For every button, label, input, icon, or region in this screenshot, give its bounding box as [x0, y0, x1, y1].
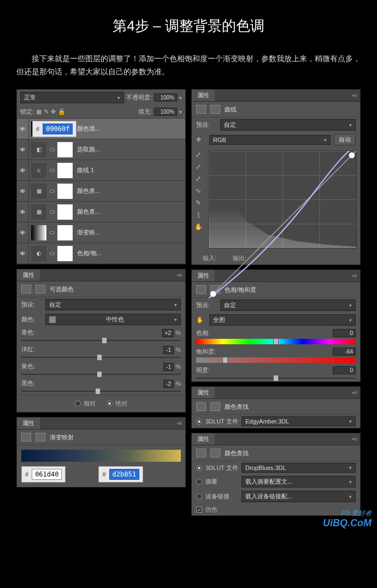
panel-menu-icon[interactable]: ▪≡: [174, 418, 185, 429]
hex-input[interactable]: 09060f: [43, 124, 73, 134]
link-icon[interactable]: ⬭: [49, 208, 55, 215]
visibility-icon[interactable]: 👁: [17, 160, 29, 180]
visibility-icon[interactable]: 👁: [17, 139, 29, 160]
visibility-icon[interactable]: 👁: [17, 222, 29, 243]
curves-graph[interactable]: [208, 150, 357, 249]
hex-input-1[interactable]: 061d40: [32, 469, 62, 480]
lut-file-dropdown[interactable]: DropBlues.3DL: [241, 463, 356, 473]
mask-icon[interactable]: [210, 402, 220, 411]
smooth-icon[interactable]: ⟆: [194, 210, 203, 219]
mask-thumb[interactable]: [57, 225, 73, 240]
lut-file-radio[interactable]: [196, 465, 202, 471]
hand-icon[interactable]: ✋: [194, 222, 203, 231]
fill-input[interactable]: 100%: [154, 108, 177, 116]
layer-row[interactable]: 👁▦⬭颜色查...: [17, 181, 185, 202]
mask-icon[interactable]: [210, 449, 220, 457]
blend-mode-dropdown[interactable]: 正常: [20, 92, 124, 103]
layer-row[interactable]: 👁▦⬭颜色查...: [17, 202, 185, 222]
opacity-input[interactable]: 100%: [154, 93, 177, 102]
layer-row[interactable]: 👁⬭渐变映...: [17, 222, 185, 243]
chevron-down-icon[interactable]: ▾: [179, 95, 182, 101]
preset-dropdown[interactable]: 自定: [220, 299, 356, 311]
lut-file-radio[interactable]: [196, 419, 202, 425]
layer-row[interactable]: 👁⎋⬭曲线 1: [17, 160, 185, 181]
adjustment-icon[interactable]: [196, 105, 206, 114]
absolute-radio[interactable]: 绝对: [107, 399, 127, 408]
hue-slider[interactable]: 色相:0: [192, 327, 360, 346]
visibility-icon[interactable]: 👁: [17, 243, 29, 263]
lock-all-icon[interactable]: 🔒: [58, 108, 66, 115]
sampler-icon[interactable]: ✥: [196, 136, 206, 143]
saturation-slider[interactable]: 饱和度:-64: [192, 346, 360, 364]
device-link-radio[interactable]: [196, 493, 202, 499]
yellow-value[interactable]: -1: [163, 363, 174, 371]
color-dropdown[interactable]: 中性色: [45, 314, 181, 325]
mask-thumb[interactable]: [57, 204, 73, 220]
properties-tab[interactable]: 属性: [192, 90, 215, 101]
cyan-value[interactable]: +2: [162, 329, 174, 337]
mask-icon[interactable]: [36, 285, 45, 293]
visibility-icon[interactable]: 👁: [17, 202, 29, 222]
panel-menu-icon[interactable]: ▪≡: [349, 387, 360, 398]
panel-menu-icon[interactable]: ▪≡: [349, 433, 360, 445]
adjustment-icon[interactable]: [196, 285, 206, 294]
preset-dropdown[interactable]: 自定: [220, 119, 356, 131]
eyedropper-minus-icon[interactable]: ⤢: [194, 174, 203, 183]
adjustment-icon[interactable]: [21, 433, 31, 442]
adjustment-icon[interactable]: [196, 449, 206, 457]
abstract-radio[interactable]: [196, 479, 202, 485]
lightness-slider[interactable]: 明度:0: [192, 364, 360, 381]
abstract-dropdown[interactable]: 载入摘要配置文...: [241, 476, 356, 487]
hex-input-2[interactable]: d2b851: [109, 469, 139, 480]
hand-icon[interactable]: ✋: [196, 316, 206, 324]
device-link-dropdown[interactable]: 载入设备链接配...: [241, 491, 356, 502]
curve-point-icon[interactable]: ∿: [194, 186, 203, 195]
mask-thumb[interactable]: [57, 246, 73, 261]
layer-row[interactable]: 👁◧⬭选取颜...: [17, 139, 185, 160]
relative-radio[interactable]: 相对: [75, 399, 96, 408]
mask-thumb[interactable]: [57, 163, 73, 178]
lock-transparency-icon[interactable]: ▦: [36, 108, 42, 115]
lut-file-dropdown[interactable]: EdgyAmber.3DL: [241, 416, 356, 426]
link-icon[interactable]: ⬭: [49, 167, 55, 174]
pencil-icon[interactable]: ✎: [194, 198, 203, 207]
light-value[interactable]: 0: [333, 366, 356, 374]
channel-dropdown[interactable]: RGB: [209, 135, 331, 145]
eyedropper-icon[interactable]: ⤢: [194, 150, 203, 159]
mask-thumb[interactable]: [57, 184, 73, 199]
magenta-slider[interactable]: 洋红:-1 %: [17, 344, 185, 361]
link-icon[interactable]: ⬭: [49, 146, 55, 153]
mask-thumb[interactable]: [57, 142, 73, 157]
panel-menu-icon[interactable]: ▪≡: [174, 269, 185, 281]
preset-dropdown[interactable]: 自定: [45, 299, 181, 310]
hue-value[interactable]: 0: [333, 329, 356, 337]
lock-position-icon[interactable]: ✥: [51, 108, 56, 115]
sat-value[interactable]: -64: [333, 348, 356, 356]
dither-checkbox[interactable]: ✓: [196, 507, 202, 513]
visibility-icon[interactable]: 👁: [17, 181, 29, 201]
cyan-slider[interactable]: 青色:+2 %: [17, 327, 185, 344]
panel-menu-icon[interactable]: ▪≡: [349, 90, 360, 101]
properties-tab[interactable]: 属性: [192, 387, 215, 398]
mask-icon[interactable]: [36, 433, 45, 442]
adjustment-icon[interactable]: [21, 285, 31, 293]
black-value[interactable]: -2: [163, 380, 174, 388]
properties-tab[interactable]: 属性: [17, 418, 40, 429]
chevron-down-icon[interactable]: ▾: [179, 109, 182, 115]
yellow-slider[interactable]: 黄色:-1 %: [17, 361, 185, 378]
eyedropper-plus-icon[interactable]: ⤢: [194, 162, 203, 171]
link-icon[interactable]: ⬭: [49, 250, 55, 257]
properties-tab[interactable]: 属性: [192, 433, 215, 445]
link-icon[interactable]: ⬭: [49, 187, 55, 195]
lock-brush-icon[interactable]: ✎: [44, 108, 49, 115]
properties-tab[interactable]: 属性: [17, 269, 40, 281]
layer-row[interactable]: 👁◐⬭色相/饱...: [17, 243, 185, 264]
mask-icon[interactable]: [210, 105, 220, 114]
gradient-bar[interactable]: [21, 450, 181, 462]
visibility-icon[interactable]: 👁: [17, 119, 29, 139]
magenta-value[interactable]: -1: [163, 346, 174, 354]
link-icon[interactable]: ⬭: [49, 229, 55, 236]
black-slider[interactable]: 黑色:-2 %: [17, 378, 185, 395]
auto-button[interactable]: 自动: [334, 134, 356, 145]
range-dropdown[interactable]: 全图: [209, 314, 356, 326]
